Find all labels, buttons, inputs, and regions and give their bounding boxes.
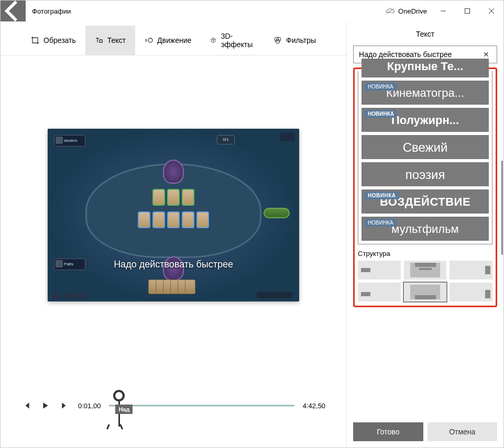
style-label: мультфильм — [391, 222, 458, 236]
timeline[interactable]: Над — [109, 385, 294, 427]
prev-frame-button[interactable] — [21, 400, 32, 411]
back-button[interactable] — [1, 1, 26, 21]
svg-rect-2 — [465, 9, 470, 14]
tool-crop[interactable]: Обрезать — [21, 26, 85, 55]
new-badge: НОВИНКА — [365, 219, 397, 227]
new-badge: НОВИНКА — [365, 83, 397, 91]
layout-left-bottom[interactable] — [358, 283, 401, 301]
close-button[interactable] — [479, 1, 503, 21]
toolbar: Обрезать Текст Движение 3D-эффекты Фильт… — [1, 21, 346, 55]
svg-point-3 — [148, 38, 152, 42]
caption-overlay: Надо действовать быстрее — [114, 259, 233, 270]
style-label: Свежий — [403, 140, 448, 155]
layout-top-center[interactable] — [404, 261, 447, 279]
onedrive-status[interactable]: OneDrive — [381, 6, 431, 16]
new-badge: НОВИНКА — [365, 110, 397, 118]
layout-right-bottom[interactable] — [450, 283, 492, 301]
text-styles-list: Крупные Те...НОВИНКАКинематогра...НОВИНК… — [358, 71, 492, 244]
text-style-option[interactable]: НОВИНКАмультфильм — [361, 217, 489, 241]
text-style-option[interactable]: НОВИНКАПолужирн... — [361, 108, 489, 132]
structure-label: Структура — [358, 250, 492, 257]
layout-bottom-center[interactable] — [404, 283, 447, 301]
layout-left-center[interactable] — [358, 261, 401, 279]
tool-filters[interactable]: Фильтры — [264, 26, 325, 55]
text-clip-chip[interactable]: Над — [115, 405, 133, 414]
layout-right-center[interactable] — [450, 261, 492, 279]
tool-3d-effects[interactable]: 3D-эффекты — [201, 26, 264, 55]
text-style-option[interactable]: НОВИНКАКинематогра... — [361, 81, 489, 105]
text-style-option[interactable]: Свежий — [361, 135, 489, 159]
text-style-option[interactable]: НОВИНКАВОЗДЕЙСТВИЕ — [361, 189, 489, 214]
style-label: Крупные Те... — [387, 60, 463, 73]
new-badge: НОВИНКА — [365, 192, 399, 199]
style-label: Полужирн... — [391, 114, 459, 127]
style-label: Кинематогра... — [386, 86, 464, 100]
game-board-image: skuterx Patts 0/1 — [48, 129, 299, 301]
player-bottom-badge: Patts — [54, 259, 85, 270]
clear-input-button[interactable]: ✕ — [481, 50, 491, 59]
cancel-button[interactable]: Отмена — [428, 422, 497, 441]
text-style-option[interactable]: Крупные Те... — [361, 59, 489, 77]
time-current: 0:01,00 — [78, 402, 101, 410]
tool-motion[interactable]: Движение — [135, 26, 201, 55]
turn-counter: 0/1 — [217, 135, 235, 144]
maximize-button[interactable] — [455, 1, 479, 21]
minimize-button[interactable] — [431, 1, 455, 21]
time-duration: 4:42,50 — [303, 402, 325, 410]
done-button[interactable]: Готово — [353, 422, 423, 441]
style-label: поэзия — [406, 167, 445, 182]
play-button[interactable] — [40, 400, 51, 411]
app-title: Фотографии — [26, 7, 381, 15]
text-style-option[interactable]: поэзия — [361, 162, 489, 186]
tool-text[interactable]: Текст — [85, 26, 135, 55]
transport-controls: 0:01,00 Над 4:42,50 — [1, 374, 346, 447]
panel-title: Текст — [347, 21, 503, 46]
caption-input[interactable] — [359, 50, 481, 59]
video-preview[interactable]: skuterx Patts 0/1 Надо действовать быстр… — [48, 129, 299, 301]
player-top-badge: skuterx — [54, 135, 85, 147]
next-frame-button[interactable] — [59, 400, 70, 411]
scrollbar[interactable] — [501, 161, 503, 255]
